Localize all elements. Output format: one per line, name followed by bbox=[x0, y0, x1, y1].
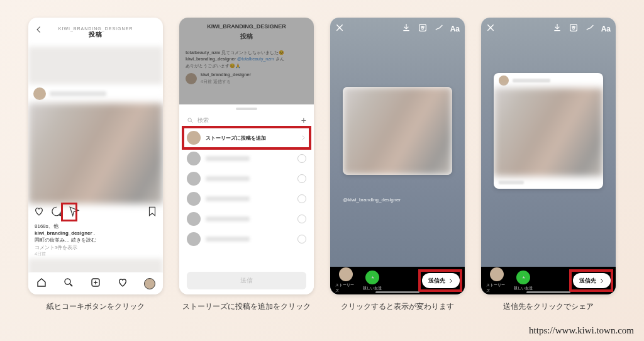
caption-3: クリックすると表示が変わります bbox=[330, 301, 465, 312]
dim-overlay[interactable] bbox=[179, 18, 314, 104]
close-icon bbox=[335, 23, 344, 32]
sticker-icon bbox=[418, 23, 428, 33]
caption-2: ストーリーズに投稿を追加をクリック bbox=[179, 301, 314, 312]
p1-prev-post bbox=[28, 47, 163, 84]
list-item[interactable] bbox=[187, 169, 306, 189]
tab-profile[interactable] bbox=[144, 278, 155, 289]
tab-home[interactable] bbox=[36, 277, 47, 291]
add-to-story-row[interactable]: ストーリーズに投稿を追加 bbox=[179, 127, 314, 148]
caption-1: 紙ヒコーキボタンをクリック bbox=[28, 301, 163, 312]
svg-point-8 bbox=[574, 26, 575, 28]
add-to-story-label: ストーリーズに投稿を追加 bbox=[206, 135, 266, 142]
send-to-button[interactable]: 送信先 bbox=[573, 273, 611, 288]
timestamp: 4日前 bbox=[35, 251, 157, 257]
sheet-handle[interactable] bbox=[236, 108, 257, 110]
your-story-label: ストーリーズ bbox=[486, 282, 508, 294]
comment-count[interactable]: コメント3件を表示 bbox=[35, 244, 157, 251]
story-mention: @kiwi_branding_designer bbox=[343, 197, 401, 203]
caption-user: kiwi_branding_designer bbox=[35, 230, 92, 236]
likes-line: 8168s、他 bbox=[35, 223, 157, 230]
list-item[interactable] bbox=[187, 229, 306, 249]
download-icon bbox=[401, 23, 411, 33]
search-icon bbox=[63, 277, 74, 288]
send-button[interactable]: 送信 bbox=[187, 272, 306, 289]
chevron-left-icon bbox=[35, 25, 43, 34]
footer-url: https://www.kiwi.town.com bbox=[529, 325, 634, 336]
save-button[interactable] bbox=[147, 206, 158, 220]
likes-text: 8168s、他 bbox=[35, 223, 58, 229]
avatar bbox=[490, 267, 504, 281]
caption-line: kiwi_branding_designer . bbox=[35, 230, 157, 237]
story-toolbar: Aa bbox=[486, 23, 611, 35]
text-button[interactable]: Aa bbox=[450, 25, 460, 33]
your-story-button[interactable]: ストーリーズ bbox=[335, 267, 357, 294]
post-author-row[interactable] bbox=[28, 84, 163, 103]
chevron-right-icon bbox=[448, 278, 453, 284]
your-story-button[interactable]: ストーリーズ bbox=[486, 267, 508, 294]
svg-rect-6 bbox=[570, 25, 577, 31]
plus-square-icon bbox=[90, 277, 101, 288]
post-image[interactable] bbox=[28, 103, 163, 204]
send-label: 送信 bbox=[240, 276, 253, 285]
list-item[interactable] bbox=[187, 189, 306, 209]
recipient-list bbox=[179, 148, 314, 268]
search-placeholder: 検索 bbox=[197, 116, 209, 125]
search-icon bbox=[187, 117, 194, 124]
text-button[interactable]: Aa bbox=[601, 25, 611, 33]
sticker-icon bbox=[569, 23, 579, 33]
paperplane-icon bbox=[69, 206, 80, 217]
share-button[interactable] bbox=[69, 206, 80, 220]
list-item[interactable] bbox=[187, 148, 306, 169]
close-button[interactable] bbox=[486, 23, 495, 35]
draw-button[interactable] bbox=[585, 23, 595, 35]
your-story-label: ストーリーズ bbox=[335, 282, 357, 294]
svg-rect-3 bbox=[419, 25, 426, 31]
story-post-preview[interactable] bbox=[343, 87, 452, 175]
draw-icon bbox=[434, 23, 444, 33]
tab-activity[interactable] bbox=[117, 277, 128, 291]
story-bottom-bar: ストーリーズ ★ 親しい友達 送信先 bbox=[481, 267, 616, 294]
close-button[interactable] bbox=[335, 23, 344, 35]
sheet-search[interactable]: 検索 + bbox=[179, 113, 314, 127]
draw-button[interactable] bbox=[434, 23, 444, 35]
post-meta: 8168s、他 kiwi_branding_designer . 国町の街並み…… bbox=[28, 221, 163, 259]
phone-3: Aa @kiwi_branding_designer ストーリーズ ★ 親しい友… bbox=[330, 18, 465, 294]
post-actions bbox=[28, 204, 163, 221]
phone-4: Aa ストーリーズ ★ 親しい友達 bbox=[481, 18, 616, 294]
story-post-preview[interactable] bbox=[494, 73, 603, 189]
download-icon bbox=[552, 23, 562, 33]
sticker-button[interactable] bbox=[418, 23, 428, 35]
list-item[interactable] bbox=[187, 209, 306, 229]
avatar bbox=[499, 75, 509, 86]
svg-point-7 bbox=[572, 26, 573, 28]
avatar bbox=[187, 131, 201, 145]
close-friends-button[interactable]: ★ 親しい友達 bbox=[362, 271, 383, 291]
story-editor[interactable]: Aa ストーリーズ ★ 親しい友達 bbox=[481, 18, 616, 294]
add-group-button[interactable]: + bbox=[301, 115, 306, 125]
close-friends-label: 親しい友達 bbox=[514, 286, 533, 291]
tab-search[interactable] bbox=[63, 277, 74, 291]
comment-button[interactable] bbox=[51, 206, 62, 220]
svg-point-5 bbox=[423, 26, 424, 28]
author-name-blur bbox=[50, 91, 106, 96]
star-icon: ★ bbox=[516, 271, 530, 284]
back-button[interactable] bbox=[35, 25, 43, 35]
story-toolbar: Aa bbox=[335, 23, 460, 35]
draw-icon bbox=[585, 23, 595, 33]
header-title-block: KIWI_BRANDING_DESIGNER 投稿 bbox=[58, 26, 133, 38]
download-button[interactable] bbox=[552, 23, 562, 35]
close-friends-button[interactable]: ★ 親しい友達 bbox=[513, 271, 534, 291]
close-icon bbox=[486, 23, 495, 32]
comment-icon bbox=[51, 206, 62, 217]
story-editor[interactable]: Aa @kiwi_branding_designer ストーリーズ ★ 親しい友… bbox=[330, 18, 465, 294]
sticker-button[interactable] bbox=[569, 23, 579, 35]
phone-2: KIWI_BRANDING_DESIGNER 投稿 totalbeauty_nz… bbox=[179, 18, 314, 294]
home-indicator bbox=[526, 291, 570, 293]
send-to-button[interactable]: 送信先 bbox=[422, 273, 460, 288]
svg-point-2 bbox=[188, 118, 192, 121]
tab-new[interactable] bbox=[90, 277, 101, 291]
like-button[interactable] bbox=[33, 206, 45, 220]
heart-icon bbox=[117, 277, 128, 288]
send-to-label: 送信先 bbox=[579, 277, 596, 285]
download-button[interactable] bbox=[401, 23, 411, 35]
